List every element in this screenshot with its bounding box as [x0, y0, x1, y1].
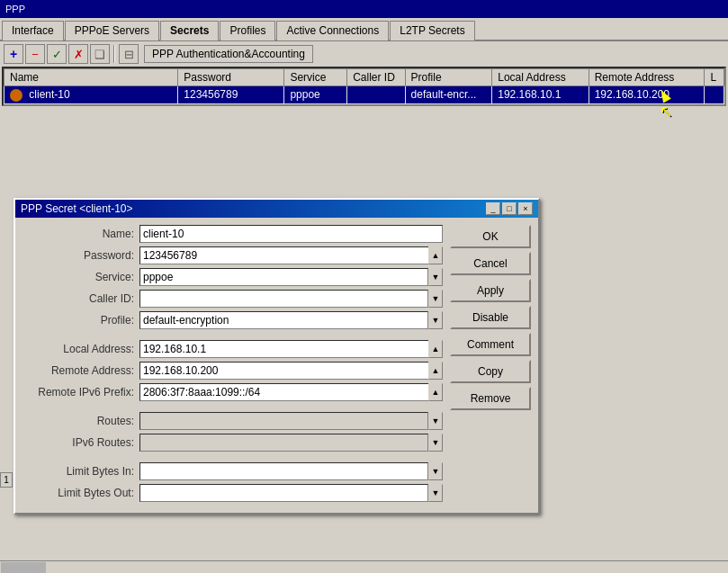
check-button[interactable]: ✓: [47, 44, 67, 64]
row-icon: [10, 89, 22, 102]
caller-id-display: [139, 290, 428, 308]
filter-button[interactable]: ⊟: [119, 44, 139, 64]
table-header-row: Name Password Service Caller ID Profile …: [4, 69, 724, 86]
dialog-title: PPP Secret <client-10>: [21, 202, 133, 215]
remote-ipv6-input[interactable]: [139, 383, 428, 401]
limit-bytes-in-display: [139, 462, 428, 480]
remote-ipv6-row: Remote IPv6 Prefix: ▲: [22, 383, 443, 401]
limit-bytes-out-row: Limit Bytes Out: ▼: [22, 484, 443, 502]
col-password: Password: [178, 69, 284, 86]
ipv6-routes-select-container: ▼: [139, 434, 443, 452]
limit-bytes-in-container: ▼: [139, 462, 443, 480]
dialog-titlebar: PPP Secret <client-10> _ □ ×: [15, 200, 538, 218]
cell-l: [705, 86, 724, 104]
main-window: Interface PPPoE Servers Secrets Profiles…: [0, 18, 728, 106]
copy-toolbar-button[interactable]: ❑: [90, 44, 110, 64]
tab-profiles[interactable]: Profiles: [220, 21, 275, 40]
toolbar: + − ✓ ✗ ❑ ⊟ PPP Authentication&Accountin…: [0, 41, 728, 67]
ipv6-routes-row: IPv6 Routes: ▼: [22, 434, 443, 452]
cancel-button[interactable]: Cancel: [450, 252, 531, 275]
ppp-secret-dialog: PPP Secret <client-10> _ □ × Name: Passw…: [13, 198, 540, 515]
name-label: Name:: [22, 228, 139, 240]
add-button[interactable]: +: [4, 44, 23, 64]
window-title: PPP: [5, 4, 25, 14]
name-input[interactable]: [139, 225, 443, 243]
limit-bytes-in-label: Limit Bytes In:: [22, 465, 139, 478]
apply-button[interactable]: Apply: [450, 279, 531, 302]
secrets-table: Name Password Service Caller ID Profile …: [4, 68, 724, 104]
scrollbar-thumb[interactable]: [1, 562, 46, 573]
remote-address-container: ▲: [139, 362, 443, 380]
dialog-maximize-button[interactable]: □: [502, 202, 517, 215]
profile-label: Profile:: [22, 314, 139, 327]
copy-button[interactable]: Copy: [450, 360, 531, 383]
limit-bytes-in-dropdown-btn[interactable]: ▼: [428, 462, 443, 480]
dialog-overlay: PPP Secret <client-10> _ □ × Name: Passw…: [13, 198, 540, 515]
horizontal-scrollbar[interactable]: [0, 560, 728, 573]
remote-address-row: Remote Address: ▲: [22, 362, 443, 380]
profile-select-container: default-encryption ▼: [139, 311, 443, 329]
name-row: Name:: [22, 225, 443, 243]
cell-caller-id: [347, 86, 405, 104]
separator1: [22, 333, 443, 340]
disable-button[interactable]: ✗: [68, 44, 88, 64]
dialog-minimize-button[interactable]: _: [486, 202, 500, 215]
service-select-display: pppoe: [139, 268, 428, 286]
tab-l2tp-secrets[interactable]: L2TP Secrets: [390, 21, 474, 40]
service-value: pppoe: [143, 271, 173, 283]
caller-id-dropdown-btn[interactable]: ▼: [428, 290, 443, 308]
table-row[interactable]: client-10 123456789 pppoe default-encr..…: [4, 86, 724, 104]
remote-address-input[interactable]: [139, 362, 428, 380]
tab-pppoe-servers[interactable]: PPPoE Servers: [65, 21, 159, 40]
ipv6-routes-dropdown-btn[interactable]: ▼: [428, 434, 443, 452]
tab-secrets[interactable]: Secrets: [160, 21, 219, 40]
dialog-form: Name: Password: ▲ Service: p: [22, 225, 443, 506]
title-bar: PPP: [0, 0, 728, 18]
service-dropdown-btn[interactable]: ▼: [428, 268, 443, 286]
limit-bytes-out-display: [139, 484, 428, 502]
profile-dropdown-btn[interactable]: ▼: [428, 311, 443, 329]
ipv6-routes-display: [139, 434, 428, 452]
col-profile: Profile: [405, 69, 492, 86]
auth-accounting-label[interactable]: PPP Authentication&Accounting: [144, 45, 313, 63]
cell-service: pppoe: [284, 86, 347, 104]
tab-interface[interactable]: Interface: [2, 21, 64, 40]
caller-id-label: Caller ID:: [22, 292, 139, 305]
routes-row: Routes: ▼: [22, 412, 443, 430]
remove-button-dialog[interactable]: Remove: [450, 387, 531, 410]
separator2: [22, 405, 443, 412]
remote-ipv6-container: ▲: [139, 383, 443, 401]
cell-name: client-10: [4, 86, 178, 104]
routes-display: [139, 412, 428, 430]
routes-dropdown-btn[interactable]: ▼: [428, 412, 443, 430]
bottom-tab[interactable]: 1: [0, 472, 13, 488]
local-address-row: Local Address: ▲: [22, 340, 443, 358]
local-address-arrow-btn[interactable]: ▲: [428, 340, 443, 358]
dialog-buttons: OK Cancel Apply Disable Comment Copy Rem…: [450, 225, 531, 506]
remote-ipv6-arrow-btn[interactable]: ▲: [428, 383, 443, 401]
password-arrow-btn[interactable]: ▲: [428, 246, 443, 264]
disable-dialog-button[interactable]: Disable: [450, 306, 531, 329]
comment-button[interactable]: Comment: [450, 333, 531, 356]
remote-address-arrow-btn[interactable]: ▲: [428, 362, 443, 380]
cell-password: 123456789: [178, 86, 284, 104]
col-local-address: Local Address: [492, 69, 589, 86]
tab-active-connections[interactable]: Active Connections: [276, 21, 389, 40]
routes-label: Routes:: [22, 415, 139, 427]
profile-row: Profile: default-encryption ▼: [22, 311, 443, 329]
caller-id-select-container: ▼: [139, 290, 443, 308]
remove-button[interactable]: −: [25, 44, 45, 64]
limit-bytes-out-container: ▼: [139, 484, 443, 502]
dialog-close-button[interactable]: ×: [518, 202, 533, 215]
local-address-label: Local Address:: [22, 343, 139, 355]
password-input-container: ▲: [139, 246, 443, 264]
profile-value: default-encryption: [143, 314, 229, 327]
limit-bytes-out-label: Limit Bytes Out:: [22, 487, 139, 499]
profile-display: default-encryption: [139, 311, 428, 329]
local-address-input[interactable]: [139, 340, 428, 358]
limit-bytes-out-dropdown-btn[interactable]: ▼: [428, 484, 443, 502]
ok-button[interactable]: OK: [450, 225, 531, 248]
tab-bar: Interface PPPoE Servers Secrets Profiles…: [0, 18, 728, 41]
password-input[interactable]: [139, 246, 428, 264]
local-address-container: ▲: [139, 340, 443, 358]
